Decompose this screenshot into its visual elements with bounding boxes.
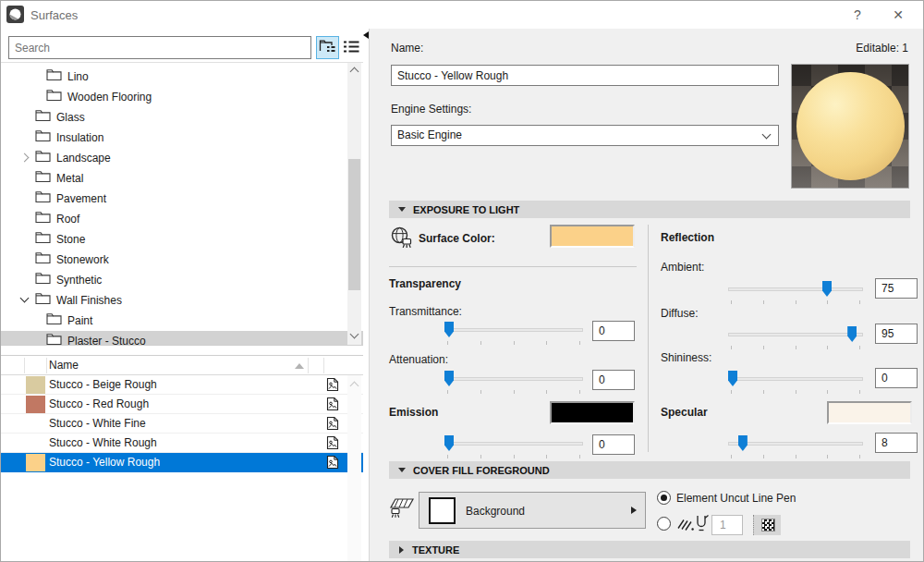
ambient-value[interactable]: 75: [875, 278, 918, 299]
diffuse-slider[interactable]: [728, 326, 863, 351]
tree-item-pavement[interactable]: Pavement: [1, 189, 347, 208]
hatch-icon: [676, 517, 695, 535]
attenuation-slider[interactable]: [444, 371, 583, 396]
slider-thumb[interactable]: [822, 281, 832, 297]
attenuation-label: Attenuation:: [389, 353, 448, 366]
list-item[interactable]: Stucco - White Fine: [1, 414, 363, 434]
pen-number-input[interactable]: [711, 515, 743, 535]
help-button[interactable]: ?: [847, 6, 868, 23]
section-exposure-to-light[interactable]: EXPOSURE TO LIGHT: [389, 201, 910, 218]
tree-item-glass[interactable]: Glass: [1, 107, 347, 127]
folder-icon: [35, 211, 51, 226]
element-uncut-line-pen-label: Element Uncut Line Pen: [676, 492, 796, 505]
arrow-right-icon: [631, 507, 637, 514]
tree-item-label: Stonework: [56, 253, 109, 266]
scroll-down-icon[interactable]: [350, 330, 359, 339]
cover-fill-icon: [389, 496, 415, 523]
tree-item-wooden-flooring[interactable]: Wooden Flooring: [1, 87, 347, 106]
tree-item-label: Paint: [67, 314, 92, 327]
slider-thumb[interactable]: [444, 371, 454, 386]
surface-list: Name Stucco - Beige Rough Stucco - Red R…: [1, 355, 363, 561]
tree-scrollbar[interactable]: [347, 63, 361, 345]
fill-picker-dropdown[interactable]: Background: [419, 492, 646, 529]
section-texture[interactable]: TEXTURE: [389, 541, 910, 558]
color-swatch: [26, 434, 45, 452]
surface-preview: [791, 64, 909, 189]
specular-value[interactable]: 8: [875, 433, 918, 453]
section-cover-fill-foreground[interactable]: COVER FILL FOREGROUND: [389, 461, 910, 479]
tree-item-landscape[interactable]: Landscape: [1, 148, 347, 167]
tree-item-stonework[interactable]: Stonework: [1, 250, 347, 269]
slider-thumb[interactable]: [444, 435, 454, 451]
attenuation-value[interactable]: 0: [592, 370, 635, 390]
sort-ascending-icon[interactable]: [295, 363, 304, 369]
transparency-label: Transparency: [389, 277, 461, 290]
tree-item-label: Insulation: [56, 131, 103, 144]
slider-thumb[interactable]: [847, 326, 857, 342]
surface-color-swatch[interactable]: [550, 225, 635, 248]
close-button[interactable]: ✕: [888, 6, 908, 23]
chevron-down-icon[interactable]: [20, 294, 30, 303]
list-item[interactable]: Stucco - Beige Rough: [1, 375, 363, 395]
slider-thumb[interactable]: [728, 371, 737, 386]
slider-thumb[interactable]: [444, 322, 454, 337]
diffuse-label: Diffuse:: [661, 307, 698, 320]
slider-thumb[interactable]: [738, 435, 748, 451]
section-title: TEXTURE: [412, 544, 459, 556]
specular-color-swatch[interactable]: [827, 401, 912, 424]
scroll-up-icon[interactable]: [350, 382, 359, 391]
list-item[interactable]: Stucco - White Rough: [1, 434, 363, 453]
texture-icon: [325, 455, 340, 475]
list-item-selected[interactable]: Stucco - Yellow Rough: [1, 453, 363, 472]
folder-icon: [35, 272, 51, 287]
collapse-triangle-icon: [398, 207, 406, 212]
transmittance-slider[interactable]: [444, 322, 583, 347]
ambient-slider[interactable]: [728, 281, 863, 306]
tree-item-stone[interactable]: Stone: [1, 229, 347, 249]
fill-name: Background: [466, 505, 525, 518]
surface-name: Stucco - White Rough: [49, 434, 157, 452]
name-label: Name:: [391, 42, 423, 55]
tree-item-plaster-stucco[interactable]: Plaster - Stucco: [1, 331, 363, 346]
tree-item-synthetic[interactable]: Synthetic: [1, 270, 347, 289]
radio-element-uncut-line-pen[interactable]: [657, 491, 671, 505]
tree-item-paint[interactable]: Paint: [1, 311, 347, 330]
tree-item-metal[interactable]: Metal: [1, 168, 347, 188]
tree-item-insulation[interactable]: Insulation: [1, 128, 347, 147]
chevron-right-icon[interactable]: [20, 153, 30, 163]
emission-value[interactable]: 0: [592, 434, 635, 455]
tree-item-lino[interactable]: Lino: [1, 67, 347, 86]
scroll-up-icon[interactable]: [350, 67, 359, 77]
folder-icon: [35, 129, 51, 145]
scrollbar-thumb[interactable]: [348, 159, 360, 290]
tree-item-roof[interactable]: Roof: [1, 209, 347, 228]
tree-item-wall-finishes[interactable]: Wall Finishes: [1, 290, 347, 310]
tree-view-button[interactable]: [316, 36, 339, 59]
list-view-button[interactable]: [340, 36, 363, 59]
expand-triangle-icon: [399, 546, 404, 554]
emission-slider[interactable]: [444, 435, 583, 460]
shininess-slider[interactable]: [728, 371, 863, 396]
engine-select[interactable]: Basic Engine: [391, 125, 779, 146]
surface-color-label: Surface Color:: [419, 232, 495, 245]
shininess-value[interactable]: 0: [875, 368, 918, 388]
radio-custom-pen[interactable]: [657, 517, 671, 531]
emission-color-swatch[interactable]: [550, 401, 635, 424]
tree-item-label: Metal: [56, 172, 83, 185]
section-title: EXPOSURE TO LIGHT: [413, 204, 519, 215]
list-item[interactable]: Stucco - Red Rough: [1, 395, 363, 414]
surface-name-input[interactable]: [391, 65, 779, 86]
editable-count: Editable: 1: [856, 42, 908, 55]
specular-label: Specular: [661, 406, 708, 419]
transmittance-value[interactable]: 0: [592, 321, 635, 341]
pen-color-button[interactable]: [753, 515, 781, 535]
tree-item-label: Synthetic: [56, 274, 102, 287]
diffuse-value[interactable]: 95: [875, 324, 918, 344]
specular-slider[interactable]: [728, 435, 863, 460]
name-column-header[interactable]: Name: [49, 359, 79, 372]
list-header[interactable]: Name: [1, 356, 363, 375]
list-scrollbar[interactable]: [347, 375, 361, 561]
search-input[interactable]: [8, 36, 311, 59]
tree-item-label: Lino: [67, 70, 89, 83]
tree-item-label: Pavement: [56, 192, 106, 205]
